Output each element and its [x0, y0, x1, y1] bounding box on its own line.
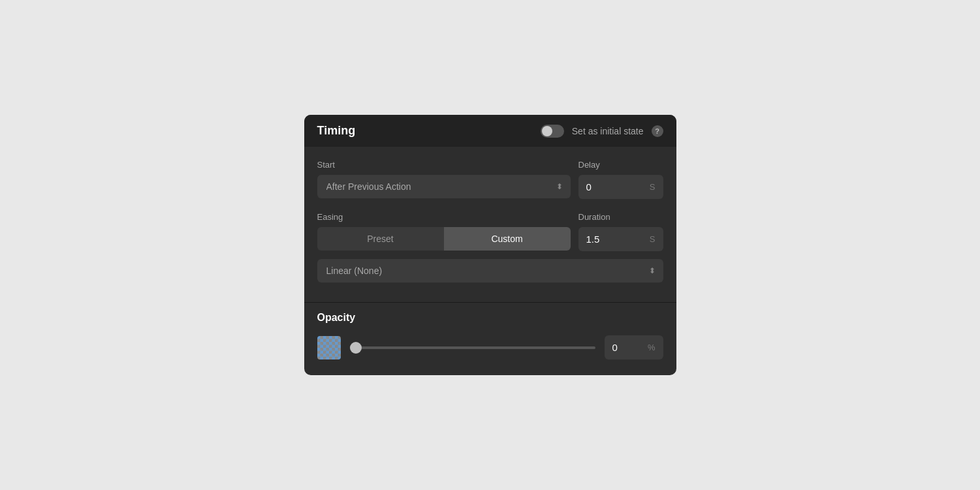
- start-select[interactable]: After Previous Action With Previous Acti…: [317, 175, 571, 198]
- delay-input-wrapper: S: [578, 175, 663, 199]
- percent-unit: %: [648, 343, 656, 352]
- delay-label: Delay: [578, 160, 663, 170]
- easing-row: Easing Preset Custom Duration S: [317, 212, 663, 251]
- start-label: Start: [317, 160, 571, 170]
- easing-label: Easing: [317, 212, 571, 222]
- delay-column: Delay S: [578, 160, 663, 199]
- help-icon[interactable]: ?: [652, 125, 663, 137]
- duration-label: Duration: [578, 212, 663, 222]
- opacity-controls: %: [317, 335, 663, 360]
- opacity-input[interactable]: [612, 342, 639, 353]
- toggle-knob: [541, 125, 564, 138]
- initial-state-toggle[interactable]: [541, 125, 564, 138]
- opacity-section: Opacity %: [304, 303, 676, 375]
- easing-column: Easing Preset Custom: [317, 212, 571, 251]
- panel-title: Timing: [317, 124, 533, 138]
- timing-panel: Timing Set as initial state ? Start Afte…: [304, 115, 676, 375]
- easing-custom-btn[interactable]: Custom: [444, 227, 571, 251]
- easing-btn-group: Preset Custom: [317, 227, 571, 251]
- duration-unit: S: [650, 234, 656, 244]
- delay-unit: S: [650, 182, 656, 192]
- easing-preset-select[interactable]: Linear (None) Ease In Ease Out Ease In O…: [317, 259, 663, 283]
- start-delay-row: Start After Previous Action With Previou…: [317, 160, 663, 199]
- panel-header: Timing Set as initial state ?: [304, 115, 676, 147]
- opacity-checkerboard-icon: [317, 336, 341, 360]
- opacity-slider-wrapper: [350, 346, 595, 349]
- easing-preset-row: Linear (None) Ease In Ease Out Ease In O…: [317, 259, 663, 283]
- opacity-value-wrapper: %: [605, 335, 663, 360]
- initial-state-label: Set as initial state: [572, 126, 644, 136]
- panel-body: Start After Previous Action With Previou…: [304, 147, 676, 289]
- easing-select-wrapper: Linear (None) Ease In Ease Out Ease In O…: [317, 259, 663, 283]
- opacity-slider[interactable]: [350, 346, 595, 349]
- delay-input[interactable]: [586, 181, 625, 192]
- duration-input[interactable]: [586, 234, 625, 245]
- easing-section: Easing Preset Custom Duration S: [317, 212, 663, 283]
- opacity-title: Opacity: [317, 312, 663, 324]
- duration-input-wrapper: S: [578, 227, 663, 251]
- start-column: Start After Previous Action With Previou…: [317, 160, 571, 198]
- start-select-wrapper: After Previous Action With Previous Acti…: [317, 175, 571, 198]
- duration-column: Duration S: [578, 212, 663, 251]
- easing-preset-btn[interactable]: Preset: [317, 227, 444, 251]
